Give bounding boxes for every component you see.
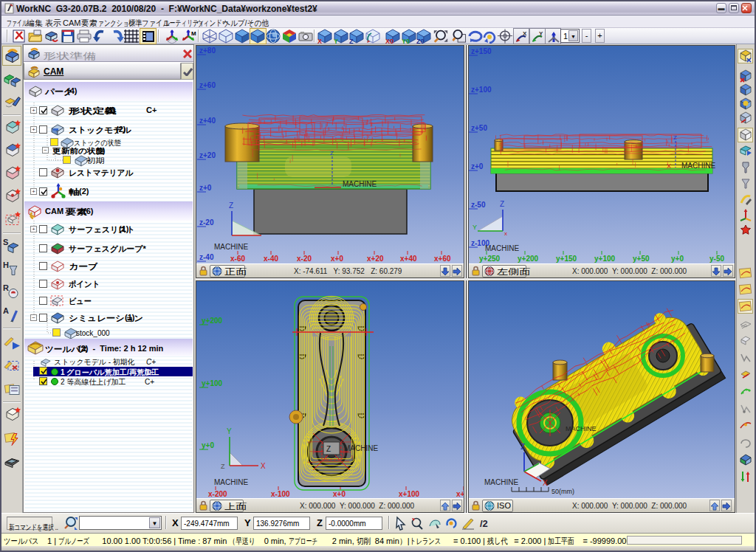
svg-text:Z: Z <box>349 38 354 44</box>
svg-text:z+50: z+50 <box>471 124 487 132</box>
svg-text:z-40: z-40 <box>199 253 214 261</box>
svg-text:X: X <box>667 162 671 170</box>
svg-text:H: H <box>3 261 9 269</box>
svg-text:y+100: y+100 <box>594 255 616 263</box>
svg-text:MACHINE: MACHINE <box>485 244 519 252</box>
svg-text:y+200: y+200 <box>202 317 223 325</box>
svg-text:X0: X0 <box>385 38 394 44</box>
svg-text:x-100: x-100 <box>271 490 290 498</box>
svg-text:y+100: y+100 <box>202 379 223 387</box>
svg-text:z+150: z+150 <box>471 47 492 55</box>
svg-text:Y: Y <box>227 427 232 435</box>
svg-text:Z: Z <box>326 445 331 453</box>
svg-text:MACHINE: MACHINE <box>214 243 248 251</box>
svg-text:MACHINE: MACHINE <box>566 425 597 432</box>
svg-text:z+0: z+0 <box>199 184 212 192</box>
svg-text:Z: Z <box>330 150 334 156</box>
svg-text:Z: Z <box>520 443 525 451</box>
svg-text:R: R <box>3 283 9 292</box>
svg-text:z+60: z+60 <box>199 81 216 89</box>
svg-text:Y: Y <box>472 224 477 231</box>
svg-text:Z0: Z0 <box>416 38 425 44</box>
svg-text:z+40: z+40 <box>199 117 216 125</box>
svg-text:X: X <box>543 479 548 487</box>
svg-text:Z: Z <box>229 201 233 210</box>
svg-text:MACHINE: MACHINE <box>484 478 518 486</box>
svg-text:z+100: z+100 <box>471 86 492 94</box>
svg-text:x+0: x+0 <box>333 490 346 498</box>
svg-text:A: A <box>3 306 9 315</box>
svg-text:x-60: x-60 <box>230 255 245 263</box>
svg-text:x: x <box>504 230 507 237</box>
svg-text:z-50: z-50 <box>471 201 486 209</box>
svg-text:y+250: y+250 <box>479 255 501 263</box>
svg-text:y+50: y+50 <box>633 255 650 263</box>
svg-text:MACHINE: MACHINE <box>344 444 378 452</box>
svg-text:y+200: y+200 <box>518 255 539 263</box>
svg-text:z+0: z+0 <box>471 162 484 170</box>
svg-text:x-200: x-200 <box>208 490 227 498</box>
svg-text:z-20: z-20 <box>199 218 214 227</box>
svg-text:y+150: y+150 <box>556 255 577 263</box>
svg-text:x+20: x+20 <box>367 255 384 263</box>
svg-text:Z: Z <box>221 463 225 470</box>
svg-text:MACHINE: MACHINE <box>214 478 248 486</box>
svg-text:x+100: x+100 <box>399 490 420 498</box>
svg-text:x+60: x+60 <box>434 255 451 263</box>
svg-text:z+20: z+20 <box>199 151 216 159</box>
svg-text:MACHINE: MACHINE <box>343 180 377 188</box>
svg-text:x+40: x+40 <box>400 255 417 263</box>
svg-text:Y0: Y0 <box>402 38 410 44</box>
svg-text:Z: Z <box>673 134 677 141</box>
svg-text:M: M <box>191 30 196 37</box>
svg-text:50(mm): 50(mm) <box>551 488 574 495</box>
svg-text:x-20: x-20 <box>297 255 312 263</box>
svg-text:y+0: y+0 <box>671 255 684 263</box>
svg-text:X: X <box>261 462 266 470</box>
svg-text:X: X <box>317 38 322 44</box>
svg-text:x+200: x+200 <box>456 490 464 498</box>
svg-text:/2: /2 <box>480 518 488 529</box>
svg-text:X: X <box>523 30 527 37</box>
svg-text:MACHINE: MACHINE <box>681 162 715 170</box>
svg-text:z+80: z+80 <box>199 46 216 55</box>
svg-text:Y: Y <box>539 30 543 37</box>
svg-text:S: S <box>3 238 8 246</box>
svg-text:Y: Y <box>334 38 338 44</box>
svg-text:y-50: y-50 <box>709 255 724 263</box>
svg-text:x+0: x+0 <box>331 255 343 263</box>
svg-text:y+0: y+0 <box>202 441 214 449</box>
svg-text:x-40: x-40 <box>264 255 278 263</box>
svg-text:Z: Z <box>500 200 504 208</box>
